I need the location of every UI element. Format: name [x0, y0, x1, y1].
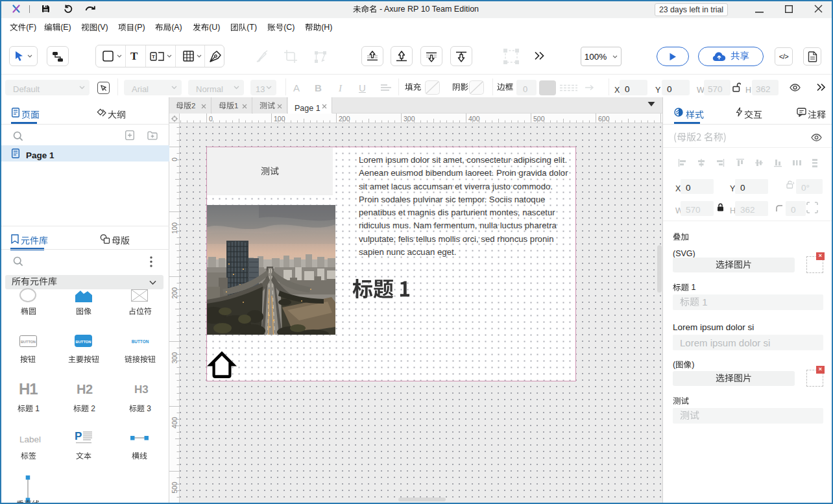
svg-text:400: 400 [468, 115, 480, 123]
svg-text:300: 300 [404, 115, 415, 123]
svg-text:BUTTON: BUTTON [75, 340, 91, 344]
svg-text:200: 200 [171, 287, 178, 299]
svg-text:500: 500 [533, 115, 545, 123]
svg-text:200: 200 [339, 115, 350, 123]
svg-text:100: 100 [171, 222, 178, 234]
svg-text:300: 300 [171, 352, 178, 364]
svg-text:0: 0 [171, 158, 178, 162]
svg-text:400: 400 [171, 417, 178, 429]
svg-text:500: 500 [171, 482, 178, 494]
svg-text:600: 600 [598, 115, 610, 123]
svg-text:T: T [152, 54, 155, 60]
svg-text:100: 100 [274, 115, 285, 123]
svg-text:0: 0 [209, 115, 213, 123]
svg-text:BUTTON: BUTTON [21, 340, 36, 344]
svg-text:P: P [75, 431, 82, 442]
svg-text:BUTTON: BUTTON [132, 339, 149, 344]
